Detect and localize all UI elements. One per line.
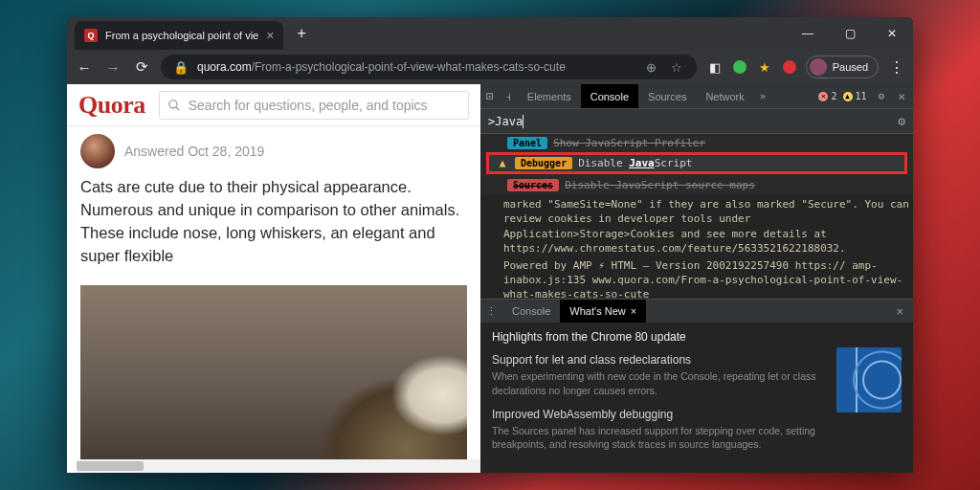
horizontal-scrollbar[interactable] [77,459,480,473]
console-line: Powered by AMP ⚡ HTML – Version 20021922… [484,257,909,300]
new-tab-button[interactable]: + [297,25,305,42]
devtools-close-icon[interactable]: × [890,89,913,103]
drawer-body: Highlights from the Chrome 80 update Sup… [480,323,913,473]
error-badge[interactable]: ✕2 [818,91,836,101]
extension-icon[interactable]: ◧ [706,58,724,76]
command-result[interactable]: Panel Show JavaScript Profiler [480,134,913,152]
drawer-section: Support for let and class redeclarations… [492,353,823,397]
bookmark-icon[interactable]: ☆ [668,58,685,76]
url-text: quora.com/From-a-psychological-point-of-… [197,60,566,74]
result-category: Panel [507,137,547,149]
command-settings-icon[interactable]: ⚙ [898,114,905,128]
address-bar: ← → ⟳ 🔒 quora.com/From-a-psychological-p… [67,50,913,84]
command-input[interactable]: >Java [488,115,892,128]
lock-icon: 🔒 [172,58,189,76]
command-result[interactable]: Sources Disable JavaScript source maps [480,176,913,194]
result-category: Sources [507,179,559,191]
extension-icon[interactable] [783,60,796,74]
maximize-button[interactable]: ▢ [829,17,871,50]
tab-network[interactable]: Network [696,84,753,108]
command-menu[interactable]: >Java ⚙ [480,109,913,134]
forward-button[interactable]: → [103,59,122,76]
drawer-menu-icon[interactable]: ⋮ [480,305,502,318]
webpage: Quora Search for questions, people, and … [67,84,480,473]
inspect-icon[interactable]: ⊡ [480,89,500,103]
profile-paused[interactable]: Paused [806,56,879,78]
result-text: Disable JavaScript source maps [565,179,755,191]
tab-elements[interactable]: Elements [518,84,581,108]
svg-line-1 [175,106,179,110]
command-results: Panel Show JavaScript Profiler ▲ Debugge… [480,134,913,194]
answer-meta: Answered Oct 28, 2019 [67,126,480,174]
tab-sources[interactable]: Sources [638,84,696,108]
result-category: Debugger [515,157,572,169]
avatar [810,58,827,76]
kebab-menu-icon[interactable]: ⋮ [888,58,905,77]
answer-image [80,285,467,473]
console-line: marked "SameSite=None" if they are also … [484,196,909,257]
back-button[interactable]: ← [75,59,94,76]
drawer-tab-whatsnew[interactable]: What's New× [560,300,646,323]
search-icon [167,99,181,112]
search-engine-icon[interactable]: ⊕ [643,58,660,76]
devtools-drawer: ⋮ Console What's New× × Highlights from … [480,299,913,473]
browser-window: Q From a psychological point of vie × + … [67,17,913,473]
bookmark-star-icon[interactable]: ★ [756,58,773,76]
minimize-button[interactable]: — [787,17,829,50]
drawer-tab-console[interactable]: Console [502,300,560,323]
scrollbar-thumb[interactable] [77,461,144,471]
close-button[interactable]: ✕ [871,17,913,50]
quora-header: Quora Search for questions, people, and … [67,84,480,126]
whatsnew-artwork [836,347,902,412]
warning-icon: ▲ [496,157,509,169]
result-text: Show JavaScript Profiler [553,137,705,149]
search-input[interactable]: Search for questions, people, and topics [159,91,469,120]
drawer-tabs: ⋮ Console What's New× × [480,300,913,323]
console-output: marked "SameSite=None" if they are also … [480,194,913,299]
extensions: ◧ ★ [706,58,796,76]
answer-body: Cats are cute due to their physical appe… [67,174,480,279]
browser-tab[interactable]: Q From a psychological point of vie × [75,21,283,50]
tab-close-icon[interactable]: × [266,28,274,43]
devtools-tabs: ⊡ ⫞ Elements Console Sources Network » ✕… [480,84,913,109]
svg-point-0 [168,100,176,107]
titlebar: Q From a psychological point of vie × + … [67,17,913,50]
tab-console[interactable]: Console [581,84,638,108]
close-icon[interactable]: × [631,305,636,317]
gear-icon[interactable]: ⚙ [873,90,891,102]
warning-badge[interactable]: ▲11 [843,91,867,101]
cat-image [256,301,467,473]
reload-button[interactable]: ⟳ [132,58,151,76]
extension-icon[interactable] [733,60,746,74]
answered-date: Answered Oct 28, 2019 [124,144,264,159]
device-toggle-icon[interactable]: ⫞ [500,89,518,103]
url-box[interactable]: 🔒 quora.com/From-a-psychological-point-o… [161,55,697,79]
devtools-panel: ⊡ ⫞ Elements Console Sources Network » ✕… [480,84,913,473]
tab-title: From a psychological point of vie [105,30,258,41]
window-controls: — ▢ ✕ [787,17,913,50]
drawer-section: Improved WebAssembly debugging The Sourc… [492,408,823,452]
avatar[interactable] [80,134,115,168]
quora-favicon: Q [84,29,98,42]
content-area: Quora Search for questions, people, and … [67,84,913,473]
paused-label: Paused [833,61,868,73]
quora-logo[interactable]: Quora [78,91,145,120]
drawer-headline: Highlights from the Chrome 80 update [492,330,823,344]
result-text: Disable JavaScript [578,157,692,169]
command-result-highlighted[interactable]: ▲ Debugger Disable JavaScript [488,154,905,172]
status-badges: ✕2 ▲11 [818,91,872,101]
more-tabs-icon[interactable]: » [754,90,772,102]
search-placeholder: Search for questions, people, and topics [189,98,428,113]
drawer-close-icon[interactable]: × [886,304,913,319]
